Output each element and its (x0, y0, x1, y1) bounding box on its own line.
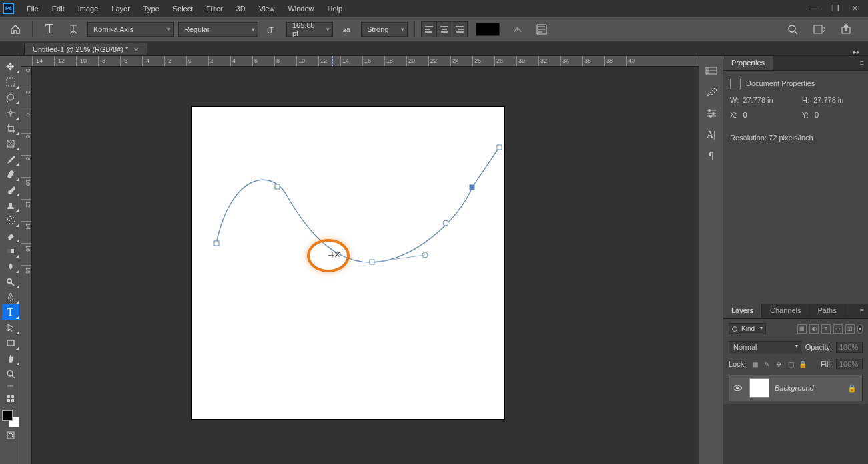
align-center-button[interactable] (436, 21, 452, 37)
antialias-dropdown[interactable]: Strong (361, 22, 408, 37)
svg-rect-16 (7, 395, 10, 398)
align-right-button[interactable] (452, 21, 468, 37)
layer-visibility-icon[interactable] (732, 384, 744, 392)
align-left-button[interactable] (421, 21, 437, 37)
quick-mask-button[interactable] (2, 427, 19, 443)
lock-all-icon[interactable]: 🔒 (798, 359, 807, 369)
crop-tool[interactable] (2, 120, 19, 136)
channels-tab[interactable]: Channels (762, 304, 809, 318)
move-tool[interactable]: ✥ (2, 59, 19, 74)
strip-paragraph-icon[interactable]: ¶ (703, 150, 719, 163)
blend-mode-dropdown[interactable]: Normal (729, 341, 801, 353)
lock-move-icon[interactable]: ✥ (774, 359, 783, 369)
menu-window[interactable]: Window (281, 1, 320, 15)
frame-tool-button[interactable] (809, 20, 829, 39)
strip-history-icon[interactable] (703, 64, 719, 77)
blur-tool[interactable] (2, 258, 19, 274)
lock-artboard-icon[interactable]: ◫ (786, 359, 795, 369)
gradient-tool[interactable] (2, 243, 19, 258)
path-select-tool[interactable] (2, 320, 19, 335)
type-tool[interactable]: T (2, 304, 19, 320)
horizontal-ruler[interactable]: -14-12 -10-8 -6-4 -20 24 68 1012 1416 18… (21, 56, 699, 67)
layer-locked-icon[interactable]: 🔒 (847, 384, 859, 393)
layer-name-label[interactable]: Background (775, 384, 814, 392)
warp-text-button[interactable]: T (508, 20, 528, 39)
lock-position-icon[interactable]: ✎ (762, 359, 771, 369)
strip-character-icon[interactable]: A| (703, 128, 719, 142)
healing-tool[interactable] (2, 166, 19, 182)
svg-rect-23 (275, 184, 280, 189)
history-brush-tool[interactable] (2, 212, 19, 228)
document-tab[interactable]: Untitled-1 @ 25% (RGB/8#) * ✕ (24, 43, 147, 55)
share-button[interactable] (836, 20, 856, 39)
type-tool-icon[interactable]: T (39, 20, 59, 39)
eraser-tool[interactable] (2, 228, 19, 243)
menu-file[interactable]: File (20, 1, 45, 15)
filter-shape-icon[interactable]: ▭ (833, 324, 843, 334)
font-style-dropdown[interactable]: Regular (178, 22, 258, 37)
hand-tool[interactable] (2, 351, 19, 366)
close-icon[interactable]: ✕ (851, 3, 859, 13)
minimize-icon[interactable]: — (811, 3, 819, 13)
edit-toolbar-button[interactable] (2, 391, 19, 406)
menu-filter[interactable]: Filter (199, 1, 229, 15)
layer-thumbnail[interactable] (749, 378, 769, 398)
collapsed-panel-strip: A| ¶ (699, 56, 723, 464)
character-panel-button[interactable] (532, 20, 552, 39)
opacity-field[interactable]: 100% (836, 342, 863, 353)
properties-tab[interactable]: Properties (723, 56, 773, 70)
frame-tool[interactable] (2, 136, 19, 151)
font-family-dropdown[interactable]: Komika Axis (87, 22, 174, 37)
annotation-highlight-circle (307, 239, 350, 272)
fg-bg-color[interactable] (2, 410, 19, 427)
svg-point-8 (9, 111, 12, 114)
doctabs-collapse-icon[interactable]: ▸▸ (853, 49, 868, 55)
marquee-tool[interactable] (2, 74, 19, 89)
dodge-tool[interactable] (2, 274, 19, 289)
filter-pixel-icon[interactable]: ▦ (797, 324, 807, 334)
svg-text:T: T (516, 26, 519, 32)
fg-color-swatch[interactable] (2, 410, 13, 421)
font-size-dropdown[interactable]: 165.88 pt (286, 22, 333, 37)
strip-brushes-icon[interactable] (703, 85, 719, 99)
filter-smart-icon[interactable]: ◫ (845, 324, 855, 334)
restore-icon[interactable]: ❐ (831, 3, 839, 13)
vertical-ruler[interactable]: 02 46 810 1214 1618 (21, 67, 32, 464)
zoom-tool[interactable] (2, 366, 19, 381)
fill-field[interactable]: 100% (836, 359, 863, 369)
layers-tab[interactable]: Layers (723, 304, 762, 318)
layers-panel-menu-icon[interactable]: ≡ (856, 304, 868, 318)
lasso-tool[interactable] (2, 89, 19, 105)
strip-adjustments-icon[interactable] (703, 107, 719, 120)
filter-toggle-switch[interactable]: ● (857, 324, 863, 334)
text-orientation-button[interactable] (63, 20, 83, 39)
work-path[interactable] (32, 67, 699, 464)
lock-pixels-icon[interactable]: ▦ (750, 359, 759, 369)
menu-type[interactable]: Type (137, 1, 166, 15)
document-tab-close-icon[interactable]: ✕ (133, 46, 139, 53)
layer-filter-kind-dropdown[interactable]: Kind (729, 323, 766, 334)
paths-tab[interactable]: Paths (810, 304, 845, 318)
menu-view[interactable]: View (252, 1, 282, 15)
clone-stamp-tool[interactable] (2, 197, 19, 212)
main-menu: File Edit Image Layer Type Select Filter… (20, 1, 349, 15)
eyedropper-tool[interactable] (2, 151, 19, 166)
properties-panel-menu-icon[interactable]: ≡ (856, 56, 868, 70)
menu-layer[interactable]: Layer (105, 1, 137, 15)
quick-select-tool[interactable] (2, 105, 19, 120)
menu-image[interactable]: Image (71, 1, 105, 15)
pen-tool[interactable] (2, 289, 19, 304)
rectangle-tool[interactable] (2, 335, 19, 351)
canvas-viewport[interactable]: I̶✕ (32, 67, 699, 464)
filter-type-icon[interactable]: T (821, 324, 831, 334)
filter-adjust-icon[interactable]: ◐ (809, 324, 819, 334)
menu-3d[interactable]: 3D (230, 1, 252, 15)
menu-select[interactable]: Select (166, 1, 200, 15)
home-button[interactable] (5, 20, 25, 39)
text-color-swatch[interactable] (476, 23, 500, 36)
menu-help[interactable]: Help (321, 1, 350, 15)
search-button[interactable] (783, 20, 803, 39)
menu-edit[interactable]: Edit (45, 1, 71, 15)
brush-tool[interactable] (2, 182, 19, 197)
layer-item-background[interactable]: Background 🔒 (729, 375, 863, 401)
